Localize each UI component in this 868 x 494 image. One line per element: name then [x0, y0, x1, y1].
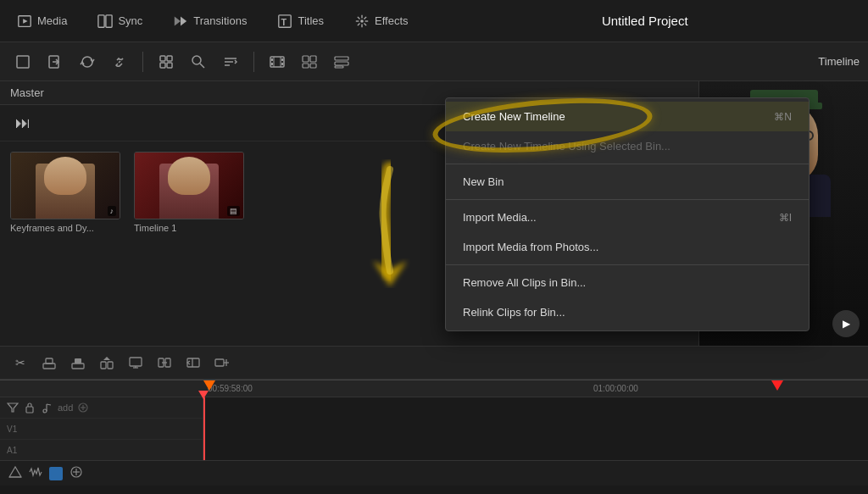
overwrite-icon: [70, 355, 86, 370]
ripple-btn[interactable]: [181, 351, 205, 375]
svg-rect-40: [310, 64, 316, 68]
svg-rect-33: [271, 58, 273, 61]
extract-icon: [157, 355, 172, 370]
timeline-view-btn-2[interactable]: [295, 47, 324, 76]
link-icon: [112, 54, 127, 69]
svg-text:T: T: [281, 16, 287, 26]
lift-btn[interactable]: [37, 351, 61, 375]
nav-transitions[interactable]: Transitions: [166, 8, 253, 34]
footer-blue-square[interactable]: [49, 467, 63, 480]
menu-remove-clips[interactable]: Remove All Clips in Bin...: [446, 268, 809, 297]
thumb-bg-0: [11, 153, 120, 219]
media-item-1[interactable]: ▤ Timeline 1: [134, 152, 244, 233]
lock-icon: [24, 402, 36, 414]
menu-relink-clips[interactable]: Relink Clips for Bin...: [446, 297, 809, 327]
menu-new-bin[interactable]: New Bin: [446, 167, 809, 197]
playhead-marker-top: [203, 380, 215, 391]
svg-rect-41: [335, 57, 348, 60]
svg-rect-22: [167, 56, 172, 61]
svg-rect-35: [281, 58, 283, 61]
track-label-filter: add: [0, 397, 203, 419]
svg-rect-23: [160, 63, 165, 68]
svg-marker-4: [175, 16, 181, 25]
sort-btn[interactable]: [216, 47, 245, 76]
timeline-tracks: add V1 A1: [0, 397, 868, 460]
select-tool-btn[interactable]: [8, 47, 37, 76]
svg-line-67: [47, 404, 51, 405]
svg-rect-39: [303, 64, 309, 68]
toolbar: Timeline: [0, 42, 868, 81]
skip-forward-btn[interactable]: ⏭: [8, 108, 37, 137]
thumb-overlay-0: ♪: [108, 206, 117, 216]
footer-add-btn[interactable]: [70, 465, 83, 481]
timeline-view-btn-1[interactable]: [263, 47, 292, 76]
nav-sync[interactable]: Sync: [91, 8, 149, 34]
svg-rect-30: [270, 57, 284, 67]
insert-icon: [99, 355, 114, 370]
link-tool-btn[interactable]: [105, 47, 134, 76]
nav-effects-label: Effects: [375, 14, 409, 27]
svg-rect-49: [101, 362, 106, 369]
nav-titles[interactable]: T Titles: [270, 8, 331, 34]
thumb-overlay-1: ▤: [227, 206, 240, 216]
menu-create-new-timeline[interactable]: Create New Timeline ⌘N: [446, 102, 809, 131]
lift-icon: [42, 355, 57, 370]
svg-rect-58: [187, 358, 199, 367]
grid-icon: [159, 54, 174, 69]
menu-relink-clips-label: Relink Clips for Bin...: [463, 306, 565, 319]
nav-effects[interactable]: Effects: [348, 8, 415, 34]
timeline-view-btn-3[interactable]: [327, 47, 356, 76]
svg-marker-5: [181, 16, 186, 25]
nav-media[interactable]: Media: [10, 8, 74, 34]
track-label-v1: V1: [0, 419, 203, 440]
menu-create-new-timeline-bin-label: Create New Timeline Using Selected Bin..…: [463, 140, 670, 153]
footer-blade-btn[interactable]: [8, 465, 22, 481]
media-thumb-0: ♪: [10, 152, 120, 219]
preview-play-btn[interactable]: ▶: [832, 310, 860, 337]
svg-line-13: [358, 16, 360, 19]
filmstrip-icon: [270, 54, 285, 69]
menu-remove-clips-label: Remove All Clips in Bin...: [463, 276, 586, 289]
search-icon: [191, 54, 206, 69]
footer-waveform-btn[interactable]: [29, 465, 42, 481]
menu-import-from-photos[interactable]: Import Media from Photos...: [446, 232, 809, 262]
svg-rect-46: [46, 358, 53, 364]
append-icon: [214, 355, 230, 370]
import-tool-btn[interactable]: [41, 47, 70, 76]
blade-icon: [8, 465, 22, 479]
svg-rect-3: [106, 14, 112, 26]
cut-btn[interactable]: ✂: [8, 351, 32, 375]
menu-import-from-photos-label: Import Media from Photos...: [463, 241, 598, 253]
import-icon: [47, 54, 63, 69]
grid-view-btn[interactable]: [152, 47, 181, 76]
overwrite-btn[interactable]: [66, 351, 90, 375]
menu-import-media-label: Import Media...: [463, 211, 537, 224]
footer-bar: [0, 460, 868, 486]
playhead-line: [203, 397, 205, 460]
svg-line-16: [358, 23, 360, 25]
insert-btn[interactable]: [95, 351, 119, 375]
stacked-clips-icon: [334, 54, 349, 69]
a1-label: A1: [7, 446, 17, 455]
svg-marker-51: [103, 357, 110, 360]
sync-arrows-icon: [80, 54, 95, 69]
menu-import-media[interactable]: Import Media... ⌘I: [446, 203, 809, 232]
timeline-area: 00:59:58:00 01:00:00:00 add: [0, 380, 868, 460]
extract-btn[interactable]: [153, 351, 176, 375]
svg-rect-36: [281, 63, 283, 65]
timeline-content: [203, 397, 868, 460]
search-btn[interactable]: [184, 47, 213, 76]
svg-line-15: [364, 16, 367, 19]
multi-filmstrip-icon: [302, 54, 317, 69]
add-icon: [78, 402, 88, 413]
media-item-0[interactable]: ♪ Keyframes and Dy...: [10, 152, 120, 233]
svg-rect-52: [130, 358, 142, 366]
svg-point-25: [192, 56, 201, 64]
sync-tool-btn[interactable]: [73, 47, 102, 76]
svg-marker-63: [8, 403, 18, 412]
svg-rect-2: [98, 14, 104, 26]
monitor-btn[interactable]: [124, 351, 147, 375]
svg-rect-34: [271, 63, 273, 65]
menu-create-new-timeline-label: Create New Timeline: [463, 110, 565, 123]
append-btn[interactable]: [210, 351, 234, 375]
